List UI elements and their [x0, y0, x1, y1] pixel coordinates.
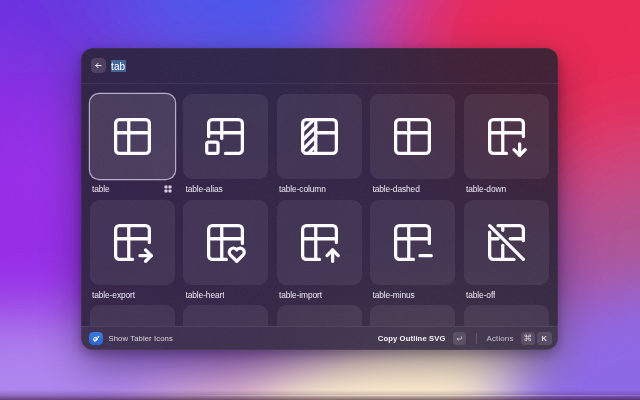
icon-cell-partial [370, 305, 455, 326]
icon-cell-partial [277, 305, 362, 326]
icon-label-row: table-export [90, 285, 175, 306]
icon-label-row: table-off [464, 285, 549, 306]
icon-cell-table-off: table-off [464, 200, 549, 306]
variants-grid-icon [164, 185, 172, 193]
footer-divider [476, 333, 477, 344]
icon-label: table-export [92, 290, 135, 300]
icon-cell-table-alias: table-alias [183, 94, 268, 200]
k-key-badge: K [537, 332, 552, 345]
search-header: tab [81, 48, 558, 83]
icon-card-table-export[interactable] [90, 200, 175, 285]
raycast-window: tab tabletable-aliastable-columntable-da… [81, 48, 558, 350]
table-dashed-icon [390, 114, 435, 159]
icon-label-row: table-heart [183, 285, 268, 306]
icon-card-table-down[interactable] [464, 94, 549, 179]
table-alias-icon [203, 114, 248, 159]
selected-search-text: tab [111, 60, 126, 72]
icon-label: table [92, 184, 110, 194]
table-down-icon [484, 114, 529, 159]
icon-label-row: table [90, 179, 175, 200]
icon-label-row: table-alias [183, 179, 268, 200]
table-minus-icon [390, 220, 435, 265]
icon-label: table-column [279, 184, 326, 194]
icon-card-partial[interactable] [277, 305, 362, 326]
footer-actions: Copy Outline SVG Actions ⌘ K [378, 332, 552, 345]
search-input[interactable]: tab [111, 60, 126, 71]
icon-label-row: table-down [464, 179, 549, 200]
table-export-icon [110, 220, 155, 265]
icon-label: table-minus [373, 290, 415, 300]
table-icon [110, 114, 155, 159]
icon-label-row: table-import [277, 285, 362, 306]
app-chip: Show Tabler Icons [89, 332, 173, 346]
icon-label: table-alias [186, 184, 223, 194]
icon-label: table-off [466, 290, 495, 300]
icon-label-row: table-dashed [370, 179, 455, 200]
icon-card-table-off[interactable] [464, 200, 549, 285]
icon-cell-table-import: table-import [277, 200, 362, 306]
icon-card-partial[interactable] [370, 305, 455, 326]
cmd-key-badge: ⌘ [521, 332, 536, 345]
icon-cell-table-column: table-column [277, 94, 362, 200]
table-import-icon [297, 220, 342, 265]
icon-card-partial[interactable] [464, 305, 549, 326]
icon-card-table[interactable] [90, 94, 175, 179]
header-divider [81, 83, 558, 84]
footer-bar: Show Tabler Icons Copy Outline SVG Actio… [81, 326, 558, 350]
primary-action-button[interactable]: Copy Outline SVG [378, 334, 446, 343]
icon-cell-table-dashed: table-dashed [370, 94, 455, 200]
table-column-icon [297, 114, 342, 159]
icon-card-partial[interactable] [183, 305, 268, 326]
icon-card-partial[interactable] [90, 305, 175, 326]
actions-button[interactable]: Actions [487, 334, 514, 343]
icon-card-table-import[interactable] [277, 200, 362, 285]
results-viewport: tabletable-aliastable-columntable-dashed… [81, 84, 558, 326]
icon-label: table-down [466, 184, 506, 194]
arrow-left-icon [94, 61, 103, 70]
icon-label: table-dashed [373, 184, 420, 194]
tabler-icons-app-icon [89, 332, 103, 346]
table-heart-icon [203, 220, 248, 265]
footer-app-name: Show Tabler Icons [109, 334, 173, 343]
icon-cell-partial [90, 305, 175, 326]
icon-cell-table-export: table-export [90, 200, 175, 306]
icon-cell-table-minus: table-minus [370, 200, 455, 306]
icon-card-table-dashed[interactable] [370, 94, 455, 179]
enter-key-icon [453, 332, 466, 345]
icon-cell-table: table [90, 94, 175, 200]
icon-label: table-heart [186, 290, 225, 300]
back-button[interactable] [91, 58, 106, 73]
icon-grid: tabletable-aliastable-columntable-dashed… [90, 94, 549, 326]
table-off-icon [484, 220, 529, 265]
icon-card-table-heart[interactable] [183, 200, 268, 285]
icon-card-table-column[interactable] [277, 94, 362, 179]
icon-cell-partial [183, 305, 268, 326]
icon-cell-table-down: table-down [464, 94, 549, 200]
icon-label: table-import [279, 290, 322, 300]
icon-card-table-minus[interactable] [370, 200, 455, 285]
icon-cell-table-heart: table-heart [183, 200, 268, 306]
icon-label-row: table-column [277, 179, 362, 200]
icon-card-table-alias[interactable] [183, 94, 268, 179]
icon-cell-partial [464, 305, 549, 326]
icon-label-row: table-minus [370, 285, 455, 306]
